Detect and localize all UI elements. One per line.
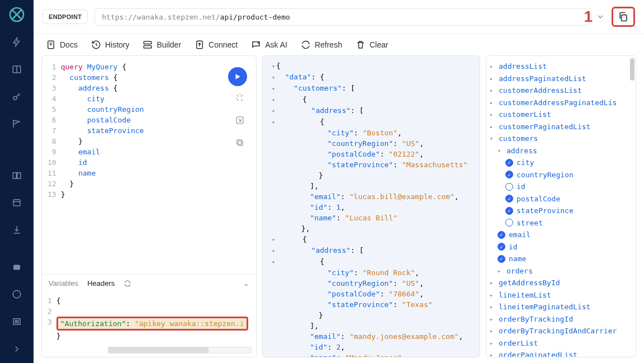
toolbar: Docs History Builder Connect Ask AI Refr… xyxy=(34,34,644,55)
explorer-item[interactable]: ▾address xyxy=(490,145,632,157)
discord-icon[interactable] xyxy=(7,258,27,276)
explorer-item[interactable]: ▸orderPaginatedList xyxy=(490,349,632,357)
endpoint-bar: ENDPOINT https://wanaka.stepzen.net/api/… xyxy=(34,0,644,34)
explorer-item[interactable]: ▸orderList xyxy=(490,337,632,350)
explorer-item[interactable]: ✓countryRegion xyxy=(490,169,632,181)
clear-button[interactable]: Clear xyxy=(356,40,388,50)
copy-icon[interactable] xyxy=(233,135,247,150)
svg-rect-7 xyxy=(622,15,627,21)
explorer-item[interactable]: ▾customers xyxy=(490,133,632,145)
endpoint-label: ENDPOINT xyxy=(42,10,88,24)
variables-tabs: Variables Headers ⌄ xyxy=(42,274,256,292)
docs-button[interactable]: Docs xyxy=(46,40,78,50)
endpoint-url-input[interactable]: https://wanaka.stepzen.net/api/product-d… xyxy=(94,8,589,26)
explorer-item[interactable]: ▸customerList xyxy=(490,109,632,121)
run-query-button[interactable] xyxy=(228,67,247,86)
vertical-scrollbar[interactable] xyxy=(630,58,634,81)
explorer-item[interactable]: ✓id xyxy=(490,241,632,253)
ask-ai-button[interactable]: Ask AI xyxy=(251,40,287,50)
explorer-item[interactable]: ▸addressPaginatedList xyxy=(490,73,632,85)
panels-icon[interactable] xyxy=(7,61,27,78)
chevron-down-icon[interactable] xyxy=(596,12,605,21)
result-pane: ▾{ ▾ "data": { ▾ "customers": [ ▾ { ▾ "a… xyxy=(262,55,480,357)
explorer-item[interactable]: ▸orderByTrackingId xyxy=(490,313,632,326)
callout-1: 1 xyxy=(584,8,593,26)
merge-icon[interactable] xyxy=(233,113,247,128)
key-icon[interactable] xyxy=(7,88,27,105)
tab-headers[interactable]: Headers xyxy=(87,279,115,287)
explorer-item[interactable]: ✓stateProvince xyxy=(490,205,632,217)
explorer-item[interactable]: ▸orders xyxy=(490,265,632,277)
explorer-item[interactable]: ✓postalCode xyxy=(490,193,632,205)
explorer-item[interactable]: ▸customerAddressPaginatedLis xyxy=(490,97,632,109)
result-viewer[interactable]: ▾{ ▾ "data": { ▾ "customers": [ ▾ { ▾ "a… xyxy=(263,56,480,357)
svg-rect-13 xyxy=(238,141,243,145)
expand-icon[interactable] xyxy=(7,340,27,357)
svg-rect-9 xyxy=(144,41,152,44)
lightning-icon[interactable] xyxy=(7,34,27,51)
explorer-item[interactable]: ▸lineitemPaginatedList xyxy=(490,301,632,313)
explorer-item[interactable]: ✓name xyxy=(490,253,632,265)
copy-endpoint-button[interactable] xyxy=(612,7,635,27)
app-sidebar xyxy=(0,0,34,363)
reload-icon[interactable] xyxy=(124,280,131,287)
svg-rect-10 xyxy=(144,46,152,49)
explorer-item[interactable]: ▸orderByTrackingIdAndCarrier xyxy=(490,325,632,337)
explorer-item[interactable]: ▸lineitemList xyxy=(490,289,632,301)
query-editor-pane: 12345678910111213 query MyQuery { custom… xyxy=(41,55,257,357)
chevron-down-icon[interactable]: ⌄ xyxy=(243,279,249,287)
download-icon[interactable] xyxy=(7,221,27,239)
headers-editor[interactable]: 123 { "Authorization": "apikey wanaka::s… xyxy=(42,292,256,345)
explorer-item[interactable]: ▸customerAddressList xyxy=(490,84,632,97)
query-editor[interactable]: 12345678910111213 query MyQuery { custom… xyxy=(42,56,256,274)
flag-icon[interactable] xyxy=(7,115,27,133)
explorer-item[interactable]: ✓city xyxy=(490,157,632,169)
explorer-item[interactable]: ▸getAddressById xyxy=(490,277,632,289)
tab-variables[interactable]: Variables xyxy=(49,279,78,287)
explorer-pane: ▸addressList▸addressPaginatedList▸custom… xyxy=(486,55,636,357)
prettify-icon[interactable] xyxy=(233,91,247,105)
book-icon[interactable] xyxy=(7,167,27,184)
explorer-item[interactable]: ▸addressList xyxy=(490,60,632,73)
history-button[interactable]: History xyxy=(91,40,130,50)
explorer-tree[interactable]: ▸addressList▸addressPaginatedList▸custom… xyxy=(486,56,636,357)
connect-button[interactable]: Connect xyxy=(195,40,238,50)
explorer-item[interactable]: id xyxy=(490,181,632,193)
svg-point-5 xyxy=(13,291,21,299)
explorer-item[interactable]: ▸customerPaginatedList xyxy=(490,121,632,133)
svg-rect-14 xyxy=(237,140,242,144)
explorer-item[interactable]: ✓email xyxy=(490,229,632,241)
horizontal-scrollbar[interactable] xyxy=(108,347,252,353)
logo-icon xyxy=(8,6,26,23)
support-icon[interactable] xyxy=(7,286,27,303)
builder-button[interactable]: Builder xyxy=(143,40,181,50)
list-icon[interactable] xyxy=(7,313,27,331)
calendar-icon[interactable] xyxy=(7,194,27,211)
refresh-button[interactable]: Refresh xyxy=(301,40,342,50)
svg-rect-3 xyxy=(13,200,20,206)
svg-point-2 xyxy=(13,96,17,100)
explorer-item[interactable]: street xyxy=(490,217,632,229)
svg-rect-4 xyxy=(13,265,20,270)
